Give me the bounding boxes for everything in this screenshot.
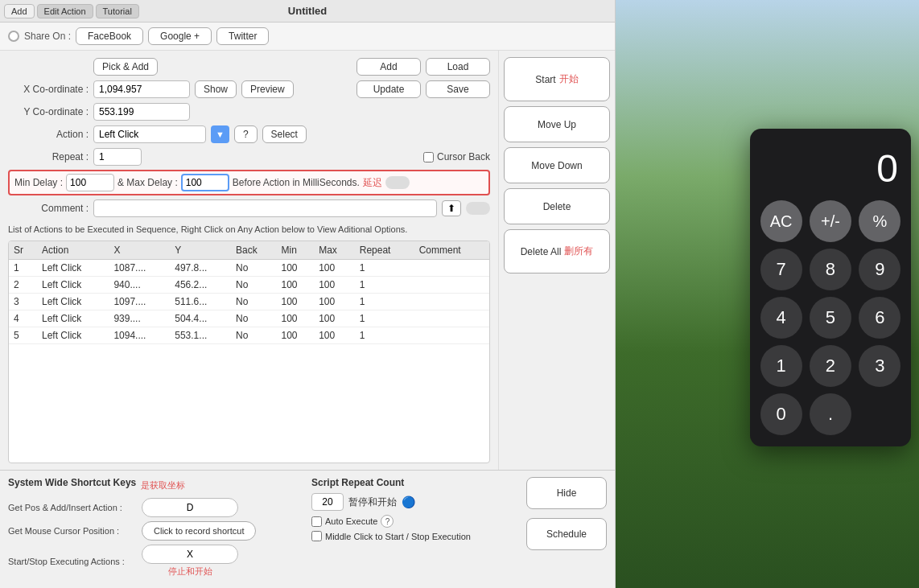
x-coordinate-row: X Co-ordinate : Show Preview Update Save [8,80,490,99]
schedule-button[interactable]: Schedule [526,518,607,550]
show-button[interactable]: Show [195,80,237,98]
table-cell-back: No [231,277,276,294]
save-button[interactable]: Save [426,80,490,98]
tab-edit-action[interactable]: Edit Action [37,4,93,19]
stop-start-chinese: 停止和开始 [168,565,212,578]
start-stop-input[interactable] [142,545,238,564]
share-twitter-button[interactable]: Twitter [216,27,269,45]
calc-btn-4[interactable]: 4 [760,297,802,339]
calc-btn-[interactable]: % [859,200,900,242]
table-row[interactable]: 4Left Click939....504.4...No1001001 [9,310,489,327]
calc-btn-1[interactable]: 1 [760,345,802,387]
middle-click-row: Middle Click to Start / Stop Execution [311,531,513,541]
comment-label: Comment : [8,203,89,214]
pick-add-button[interactable]: Pick & Add [93,58,158,76]
table-cell-x: 939.... [109,310,170,327]
comment-toggle[interactable] [466,202,490,215]
update-button[interactable]: Update [356,80,421,98]
preview-button[interactable]: Preview [241,80,294,98]
tab-bar: Add Edit Action Tutorial [4,4,142,19]
col-comment: Comment [414,241,489,260]
delay-row: Min Delay : & Max Delay : Before Action … [8,170,490,195]
auto-execute-question[interactable]: ? [381,515,394,528]
table-cell-back: No [231,260,276,277]
delay-chinese-label: 延迟 [363,176,382,190]
comment-input[interactable] [93,199,437,217]
window-title: Untitled [288,5,327,17]
get-pos-input[interactable] [142,498,238,517]
get-cursor-label: Get Mouse Cursor Position : [8,526,137,536]
y-input[interactable] [93,103,190,121]
move-down-button[interactable]: Move Down [504,147,610,183]
share-facebook-button[interactable]: FaceBook [76,27,143,45]
cursor-back-checkbox[interactable] [423,152,434,162]
script-count-input[interactable] [311,493,344,511]
y-coordinate-row: Y Co-ordinate : [8,102,490,121]
x-input[interactable] [93,80,190,98]
calc-btn-[interactable]: . [810,393,851,435]
calc-btn-3[interactable]: 3 [859,345,900,387]
load-button[interactable]: Load [426,58,490,76]
table-cell-y: 497.8... [170,260,231,277]
add-button[interactable]: Add [356,58,421,76]
tab-add[interactable]: Add [4,4,35,19]
delay-toggle[interactable] [385,176,410,189]
y-label: Y Co-ordinate : [8,106,89,117]
max-delay-input[interactable] [181,174,229,191]
share-google-button[interactable]: Google + [148,27,212,45]
table-cell-x: 940.... [109,277,170,294]
action-question-button[interactable]: ? [234,125,258,143]
action-input[interactable] [93,125,206,143]
min-delay-input[interactable] [66,174,114,191]
cursor-back-label: Cursor Back [437,151,490,162]
auto-execute-checkbox[interactable] [311,516,322,527]
calc-btn-9[interactable]: 9 [859,249,900,290]
table-body: 1Left Click1087....497.8...No10010012Lef… [9,260,489,344]
table-cell-comment [414,327,489,344]
calc-btn-8[interactable]: 8 [810,249,851,290]
table-row[interactable]: 2Left Click940....456.2...No1001001 [9,277,489,294]
table-row[interactable]: 3Left Click1097....511.6...No1001001 [9,294,489,310]
hide-button[interactable]: Hide [526,477,607,509]
get-pos-label: Get Pos & Add/Insert Action : [8,503,137,512]
select-button[interactable]: Select [262,125,307,143]
move-up-button[interactable]: Move Up [504,106,610,142]
middle-click-checkbox[interactable] [311,531,322,541]
col-sr: Sr [9,241,37,260]
script-count-row: 暂停和开始 🔵 [311,493,513,511]
calc-btn-6[interactable]: 6 [859,297,900,339]
start-stop-label: Start/Stop Executing Actions : [8,557,137,566]
calc-btn-7[interactable]: 7 [760,249,802,290]
table-cell-min: 100 [277,277,315,294]
table-row[interactable]: 5Left Click1094....553.1...No1001001 [9,327,489,344]
cursor-back-row: Cursor Back [423,151,490,162]
table-cell-y: 456.2... [170,277,231,294]
share-bar: Share On : FaceBook Google + Twitter [0,23,615,51]
repeat-input[interactable] [93,148,142,166]
table-cell-max: 100 [314,294,355,310]
action-dropdown-button[interactable]: ▼ [211,125,229,143]
delete-all-button[interactable]: Delete All 删所有 [504,229,610,273]
pause-start-text: 暂停和开始 [348,495,397,509]
calc-btn-[interactable]: +/- [810,200,851,242]
calc-btn-5[interactable]: 5 [810,297,851,339]
comment-share-icon-button[interactable]: ⬆ [442,200,461,216]
table-cell-action: Left Click [37,310,109,327]
col-action: Action [37,241,109,260]
content-area: Pick & Add Add Load X Co-ordinate : Show… [0,51,615,470]
share-radio[interactable] [8,31,19,42]
get-cursor-button[interactable]: Click to record shortcut [142,521,256,541]
info-text: List of Actions to be Executed in Sequen… [8,221,490,237]
table-cell-x: 1087.... [109,260,170,277]
delete-button[interactable]: Delete [504,188,610,224]
pause-icon: 🔵 [402,495,415,508]
calc-btn-AC[interactable]: AC [760,200,802,242]
calc-btn-2[interactable]: 2 [810,345,851,387]
table-row[interactable]: 1Left Click1087....497.8...No1001001 [9,260,489,277]
calc-btn-0[interactable]: 0 [760,393,802,435]
actions-table-container[interactable]: Sr Action X Y Back Min Max Repeat Commen… [8,241,490,463]
start-button[interactable]: Start 开始 [504,57,610,101]
auto-execute-label: Auto Execute [325,516,377,526]
tab-tutorial[interactable]: Tutorial [96,4,139,19]
table-cell-action: Left Click [37,327,109,344]
